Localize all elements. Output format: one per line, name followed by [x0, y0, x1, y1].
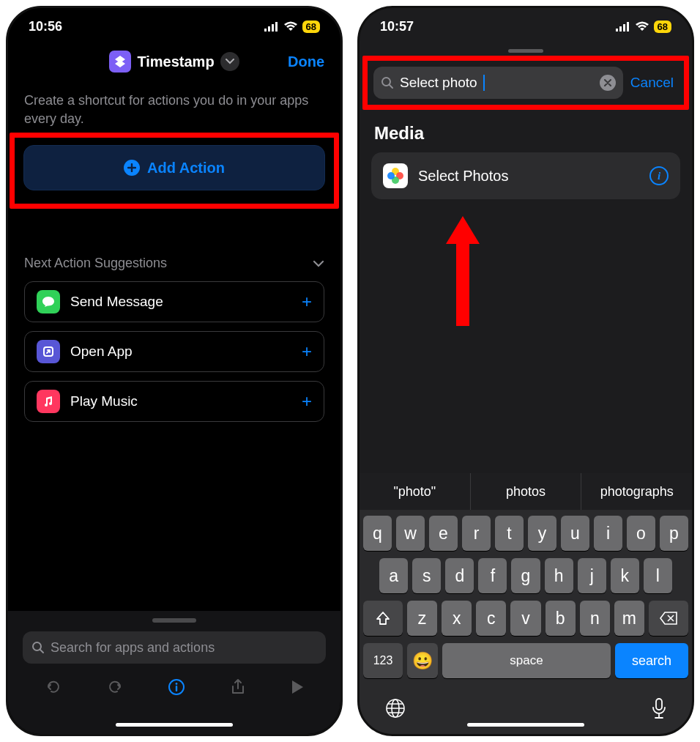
- shift-icon: [375, 610, 391, 626]
- home-indicator[interactable]: [116, 723, 233, 727]
- status-icons: 68: [616, 21, 671, 33]
- editor-toolbar: [8, 667, 340, 711]
- globe-icon: [384, 697, 406, 719]
- add-action-button[interactable]: Add Action: [23, 145, 325, 190]
- plus-icon[interactable]: +: [302, 341, 312, 362]
- key-g[interactable]: g: [511, 558, 540, 593]
- plus-icon[interactable]: +: [302, 391, 312, 412]
- key-q[interactable]: q: [363, 516, 392, 551]
- svg-rect-13: [627, 22, 629, 31]
- photos-app-icon: [383, 163, 408, 188]
- clear-search-button[interactable]: [600, 75, 616, 91]
- svg-rect-0: [264, 29, 267, 31]
- plus-icon[interactable]: +: [302, 292, 312, 312]
- key-x[interactable]: x: [442, 601, 472, 636]
- key-m[interactable]: m: [614, 601, 644, 636]
- search-apps-actions[interactable]: Search for apps and actions: [23, 631, 326, 664]
- quicktype-suggestion[interactable]: photographs: [581, 473, 692, 510]
- key-d[interactable]: d: [445, 558, 474, 593]
- svg-point-19: [387, 172, 395, 179]
- suggestions-title: Next Action Suggestions: [24, 256, 167, 271]
- backspace-key[interactable]: [649, 601, 688, 636]
- done-button[interactable]: Done: [288, 53, 324, 70]
- key-u[interactable]: u: [561, 516, 589, 551]
- key-b[interactable]: b: [546, 601, 576, 636]
- key-l[interactable]: l: [644, 558, 672, 593]
- svg-rect-1: [268, 26, 270, 31]
- suggestions-header[interactable]: Next Action Suggestions: [24, 256, 324, 271]
- keyboard-row-1: q w e r t y u i o p: [363, 516, 688, 551]
- key-c[interactable]: c: [476, 601, 506, 636]
- home-indicator[interactable]: [467, 723, 584, 727]
- globe-key[interactable]: [384, 697, 406, 722]
- redo-button[interactable]: [105, 678, 124, 700]
- wifi-icon: [283, 21, 298, 31]
- status-icons: 68: [264, 21, 320, 33]
- keyboard: "photo" photos photographs q w e r t y u…: [360, 473, 692, 734]
- key-f[interactable]: f: [478, 558, 507, 593]
- status-time: 10:56: [29, 19, 62, 34]
- key-j[interactable]: j: [578, 558, 606, 593]
- sheet-handle[interactable]: [152, 618, 196, 623]
- share-button[interactable]: [228, 678, 247, 700]
- suggestion-label: Open App: [70, 344, 302, 360]
- key-k[interactable]: k: [611, 558, 639, 593]
- space-key[interactable]: space: [442, 643, 611, 678]
- dictation-key[interactable]: [651, 697, 667, 722]
- key-w[interactable]: w: [396, 516, 425, 551]
- key-y[interactable]: y: [528, 516, 556, 551]
- cancel-button[interactable]: Cancel: [630, 75, 678, 91]
- keyboard-bottom-row: [360, 690, 692, 734]
- search-input-value: Select photo: [400, 75, 477, 91]
- key-i[interactable]: i: [594, 516, 622, 551]
- result-label: Select Photos: [418, 168, 639, 185]
- shortcut-app-icon: [109, 51, 131, 73]
- key-t[interactable]: t: [495, 516, 524, 551]
- search-key[interactable]: search: [615, 643, 688, 678]
- phone-left-shortcut-editor: 10:56 68 Timestamp Done Create a shortcu…: [6, 6, 343, 736]
- key-p[interactable]: p: [660, 516, 688, 551]
- message-icon: [37, 290, 60, 314]
- key-s[interactable]: s: [412, 558, 441, 593]
- emoji-key[interactable]: 😀: [407, 643, 438, 678]
- quicktype-suggestion[interactable]: "photo": [360, 473, 470, 510]
- suggestion-open-app[interactable]: Open App +: [24, 331, 324, 372]
- key-r[interactable]: r: [462, 516, 491, 551]
- suggestion-send-message[interactable]: Send Message +: [24, 281, 324, 322]
- header: Timestamp Done: [8, 45, 340, 78]
- info-button[interactable]: [167, 678, 186, 700]
- sheet-handle[interactable]: [508, 49, 543, 53]
- shift-key[interactable]: [363, 601, 403, 636]
- wifi-icon: [635, 21, 649, 31]
- svg-point-8: [176, 683, 178, 685]
- key-h[interactable]: h: [545, 558, 573, 593]
- numbers-key[interactable]: 123: [363, 643, 403, 678]
- key-n[interactable]: n: [580, 601, 610, 636]
- chevron-down-icon: [226, 59, 234, 64]
- result-select-photos[interactable]: Select Photos i: [371, 152, 680, 199]
- svg-rect-11: [619, 26, 622, 31]
- key-e[interactable]: e: [429, 516, 458, 551]
- status-bar: 10:57 68: [360, 8, 692, 45]
- keyboard-row-3: z x c v b n m: [363, 601, 688, 636]
- undo-button[interactable]: [44, 678, 63, 700]
- suggestion-label: Send Message: [70, 294, 302, 310]
- key-v[interactable]: v: [510, 601, 540, 636]
- status-time: 10:57: [380, 19, 414, 34]
- keyboard-row-4: 123 😀 space search: [363, 643, 688, 678]
- run-button[interactable]: [290, 679, 305, 698]
- svg-rect-2: [272, 24, 274, 31]
- key-a[interactable]: a: [379, 558, 408, 593]
- key-z[interactable]: z: [407, 601, 437, 636]
- svg-rect-10: [616, 29, 618, 31]
- battery-badge: 68: [654, 21, 671, 33]
- info-button[interactable]: i: [649, 166, 669, 185]
- shortcut-title[interactable]: Timestamp: [137, 53, 214, 70]
- key-o[interactable]: o: [627, 516, 655, 551]
- suggestion-label: Play Music: [70, 393, 302, 409]
- bottom-sheet: Search for apps and actions: [8, 611, 340, 734]
- action-search-field[interactable]: Select photo: [373, 67, 623, 99]
- quicktype-suggestion[interactable]: photos: [470, 473, 581, 510]
- suggestion-play-music[interactable]: Play Music +: [24, 381, 324, 422]
- title-chevron-button[interactable]: [220, 52, 239, 71]
